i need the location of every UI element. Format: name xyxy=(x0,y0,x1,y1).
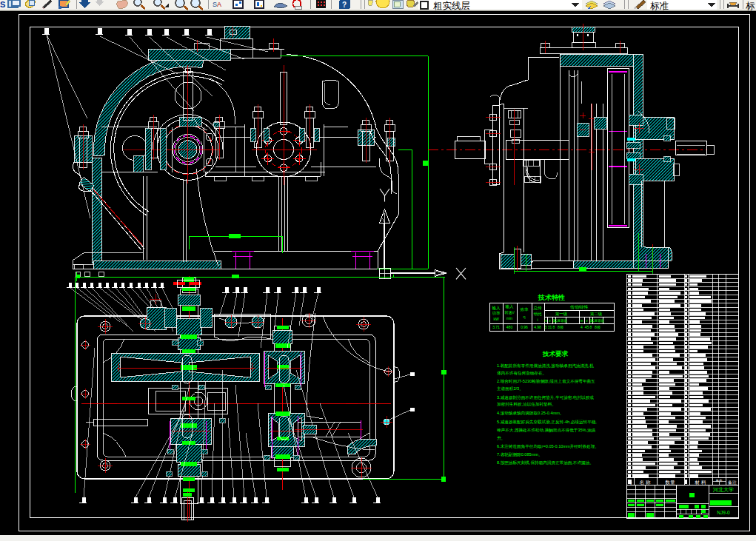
svg-text:4.98: 4.98 xyxy=(534,325,541,329)
svg-text:6.未注铸造圆角半径均取r=0.05-0.10mm并经时效处: 6.未注铸造圆角半径均取r=0.05-0.10mm并经时效处理。 xyxy=(497,444,599,449)
svg-text:η: η xyxy=(523,315,525,319)
svg-text:S: S xyxy=(0,0,5,9)
svg-text:3.71: 3.71 xyxy=(492,325,500,329)
svg-text:技术要求: 技术要求 xyxy=(542,350,569,357)
svg-text:标准: 标准 xyxy=(650,1,669,11)
svg-text:m: m xyxy=(544,319,547,323)
svg-text:输入: 输入 xyxy=(492,306,501,311)
svg-text:备注: 备注 xyxy=(728,480,737,485)
svg-text:噪声不大,连接处不许松动,接触斑点不得低于35%,油温: 噪声不大,连接处不许松动,接触斑点不得低于35%,油温 xyxy=(497,428,596,433)
svg-text:技术特性: 技术特性 xyxy=(538,294,565,301)
svg-text:总传: 总传 xyxy=(533,306,543,310)
svg-text:SA: SA xyxy=(213,1,221,8)
svg-text:i: i xyxy=(537,317,538,322)
svg-text:NJ9-0: NJ9-0 xyxy=(717,510,730,515)
svg-text:45: 45 xyxy=(585,325,589,329)
svg-text:动比: 动比 xyxy=(534,312,543,316)
svg-text:粗实线层: 粗实线层 xyxy=(433,1,470,11)
svg-text:8: 8 xyxy=(553,325,555,329)
svg-text:7.齿轮副侧隙0.085mm。: 7.齿轮副侧隙0.085mm。 xyxy=(497,452,543,457)
svg-text:m: m xyxy=(581,319,583,323)
svg-text:1.装配前所有零件用煤油清洗,滚动轴承用汽油清洗,机: 1.装配前所有零件用煤油清洗,滚动轴承用汽油清洗,机 xyxy=(497,363,594,369)
svg-text:转速r/: 转速r/ xyxy=(504,310,515,315)
svg-text:主齿面积2/3。: 主齿面积2/3。 xyxy=(497,386,523,391)
svg-text:数量: 数量 xyxy=(665,480,676,485)
svg-text:3: 3 xyxy=(545,325,547,329)
svg-text:31: 31 xyxy=(548,325,552,329)
svg-text:传动特性: 传动特性 xyxy=(570,305,589,310)
svg-text:体内不许有任何杂物存在。: 体内不许有任何杂物存在。 xyxy=(497,371,546,376)
svg-text:标: 标 xyxy=(746,1,755,11)
svg-text:8级: 8级 xyxy=(558,325,563,329)
svg-text:升。: 升。 xyxy=(497,436,505,440)
svg-text:第二级: 第二级 xyxy=(590,312,603,316)
svg-text:加密封生料胶,汕以任加衬垫料。: 加密封生料胶,汕以任加衬垫料。 xyxy=(497,402,556,407)
svg-text:输入: 输入 xyxy=(506,304,515,309)
svg-text:kW: kW xyxy=(493,317,499,321)
svg-text:480: 480 xyxy=(506,325,513,329)
svg-text:河北大学: 河北大学 xyxy=(712,487,734,493)
svg-text:第一级: 第一级 xyxy=(555,312,568,316)
svg-text:8: 8 xyxy=(590,325,592,329)
svg-text:4: 4 xyxy=(581,325,583,329)
svg-text:材 料: 材 料 xyxy=(695,480,706,485)
svg-text:0.96: 0.96 xyxy=(521,325,528,329)
svg-text:?: ? xyxy=(342,1,347,9)
svg-text:min: min xyxy=(506,316,512,320)
svg-text:名 称: 名 称 xyxy=(640,480,651,485)
svg-text:4.滚动轴承轴向调隙取0.25-0.4mm。: 4.滚动轴承轴向调隙取0.25-0.4mm。 xyxy=(497,411,563,416)
svg-text:3.减速器剖分面不许用任何垫片,半可涂密.电封以胶或: 3.减速器剖分面不许用任何垫片,半可涂密.电封以胶或 xyxy=(497,395,594,400)
svg-text:5.减速器装配好后先空载试验,正反转-4h,必须运转平稳,: 5.减速器装配好后先空载试验,正反转-4h,必须运转平稳, xyxy=(497,420,597,425)
svg-text:2.啮合时用JT-5230检验侧隙,须且上齿义不得弯年曲五: 2.啮合时用JT-5230检验侧隙,须且上齿义不得弯年曲五 xyxy=(497,379,595,384)
svg-text:8级: 8级 xyxy=(595,325,601,329)
svg-text:效率: 效率 xyxy=(521,307,529,312)
svg-text:功率: 功率 xyxy=(492,311,501,315)
svg-text:8.按照油标尺刻线,保持箱内润滑正常油面,不许漏油。: 8.按照油标尺刻线,保持箱内润滑正常油面,不许漏油。 xyxy=(497,460,594,466)
